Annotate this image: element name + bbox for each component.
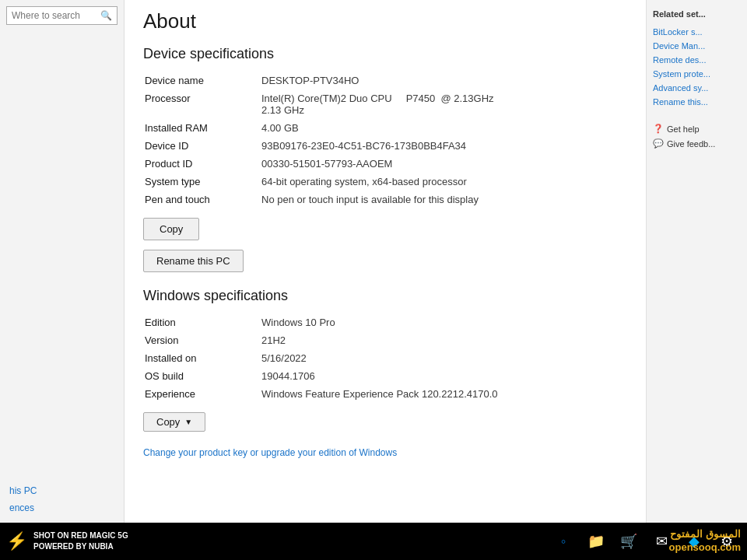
- related-link-device-manager[interactable]: Device Man...: [647, 39, 747, 53]
- device-section-title: Device specifications: [143, 46, 627, 62]
- device-spec-table: Device name DESKTOP-PTV34HO Processor In…: [143, 72, 627, 208]
- spec-value: No pen or touch input is available for t…: [260, 191, 627, 208]
- main-layout: 🔍 his PC ences About Device specificatio…: [0, 0, 747, 523]
- spec-value: Windows Feature Experience Pack 120.2212…: [260, 385, 627, 403]
- give-feedback-item[interactable]: 💬 Give feedb...: [647, 136, 747, 151]
- related-link-bitlocker[interactable]: BitLocker s...: [647, 25, 747, 39]
- taskbar-file-explorer-icon[interactable]: 📁: [582, 527, 610, 555]
- right-panel-help: ❓ Get help 💬 Give feedb...: [647, 121, 747, 151]
- related-link-advanced-system[interactable]: Advanced sy...: [647, 81, 747, 95]
- search-input[interactable]: [12, 10, 100, 21]
- windows-copy-button[interactable]: Copy ▼: [143, 412, 205, 432]
- get-help-item[interactable]: ❓ Get help: [647, 121, 747, 136]
- give-feedback-label: Give feedb...: [667, 139, 715, 149]
- watermark-text: SHOT ON RED MAGIC 5G POWERED BY NUBIA: [33, 530, 128, 552]
- spec-value: 00330-51501-57793-AAOEM: [260, 155, 627, 173]
- spec-label: Version: [143, 331, 260, 349]
- spec-label: Edition: [143, 313, 260, 331]
- table-row: OS build 19044.1706: [143, 367, 627, 385]
- sidebar-spacer: [0, 31, 124, 476]
- table-row: Device ID 93B09176-23E0-4C51-BC76-173B0B…: [143, 137, 627, 155]
- spec-label: Pen and touch: [143, 191, 260, 208]
- related-settings-title: Related set...: [647, 6, 747, 25]
- device-copy-button[interactable]: Copy: [143, 218, 199, 240]
- red-magic-icon: ⚡: [6, 531, 27, 551]
- spec-label: Experience: [143, 385, 260, 403]
- spec-label: OS build: [143, 367, 260, 385]
- spec-label: Device ID: [143, 137, 260, 155]
- table-row: Processor Intel(R) Core(TM)2 Duo CPU P74…: [143, 89, 627, 119]
- watermark: ⚡ SHOT ON RED MAGIC 5G POWERED BY NUBIA: [6, 530, 549, 552]
- search-bar[interactable]: 🔍: [6, 6, 117, 25]
- spec-label: Installed RAM: [143, 119, 260, 137]
- spec-value: Intel(R) Core(TM)2 Duo CPU P7450 @ 2.13G…: [260, 89, 627, 119]
- spec-label: Installed on: [143, 349, 260, 367]
- get-help-label: Get help: [667, 124, 700, 134]
- question-icon: ❓: [653, 124, 664, 134]
- taskbar-store-icon[interactable]: 🛒: [615, 527, 643, 555]
- spec-value: DESKTOP-PTV34HO: [260, 72, 627, 89]
- spec-label: Processor: [143, 89, 260, 119]
- change-product-key-link[interactable]: Change your product key or upgrade your …: [143, 447, 397, 458]
- sidebar-item-devices[interactable]: ences: [9, 499, 114, 516]
- table-row: System type 64-bit operating system, x64…: [143, 173, 627, 191]
- right-panel: Related set... BitLocker s... Device Man…: [646, 0, 747, 523]
- related-link-system-protection[interactable]: System prote...: [647, 67, 747, 81]
- table-row: Pen and touch No pen or touch input is a…: [143, 191, 627, 208]
- sidebar-item-pc[interactable]: his PC: [9, 482, 114, 499]
- table-row: Experience Windows Feature Experience Pa…: [143, 385, 627, 403]
- taskbar-edge-icon[interactable]: ◦: [549, 527, 577, 555]
- main-content: About Device specifications Device name …: [124, 0, 646, 523]
- table-row: Installed on 5/16/2022: [143, 349, 627, 367]
- taskbar: ⚡ SHOT ON RED MAGIC 5G POWERED BY NUBIA …: [0, 523, 747, 560]
- table-row: Edition Windows 10 Pro: [143, 313, 627, 331]
- rename-pc-button[interactable]: Rename this PC: [143, 250, 244, 272]
- windows-spec-table: Edition Windows 10 Pro Version 21H2 Inst…: [143, 313, 627, 403]
- spec-value: 4.00 GB: [260, 119, 627, 137]
- feedback-icon: 💬: [653, 138, 664, 149]
- spec-label: Product ID: [143, 155, 260, 173]
- spec-value: 19044.1706: [260, 367, 627, 385]
- search-icon: 🔍: [100, 10, 112, 21]
- table-row: Version 21H2: [143, 331, 627, 349]
- spec-value: 21H2: [260, 331, 627, 349]
- spec-label: System type: [143, 173, 260, 191]
- related-link-rename-pc[interactable]: Rename this...: [647, 95, 747, 109]
- spec-label: Device name: [143, 72, 260, 89]
- sidebar-bottom: his PC ences: [0, 476, 124, 523]
- spec-value: Windows 10 Pro: [260, 313, 627, 331]
- table-row: Installed RAM 4.00 GB: [143, 119, 627, 137]
- table-row: Device name DESKTOP-PTV34HO: [143, 72, 627, 89]
- opensooq-logo: المسوق المفتوح opensooq.com: [669, 528, 741, 555]
- spec-value: 93B09176-23E0-4C51-BC76-173B0BB4FA34: [260, 137, 627, 155]
- spec-value: 64-bit operating system, x64-based proce…: [260, 173, 627, 191]
- spec-value: 5/16/2022: [260, 349, 627, 367]
- related-link-remote-desktop[interactable]: Remote des...: [647, 53, 747, 67]
- sidebar: 🔍 his PC ences: [0, 0, 124, 523]
- page-title: About: [143, 9, 627, 33]
- windows-section-title: Windows specifications: [143, 288, 627, 304]
- table-row: Product ID 00330-51501-57793-AAOEM: [143, 155, 627, 173]
